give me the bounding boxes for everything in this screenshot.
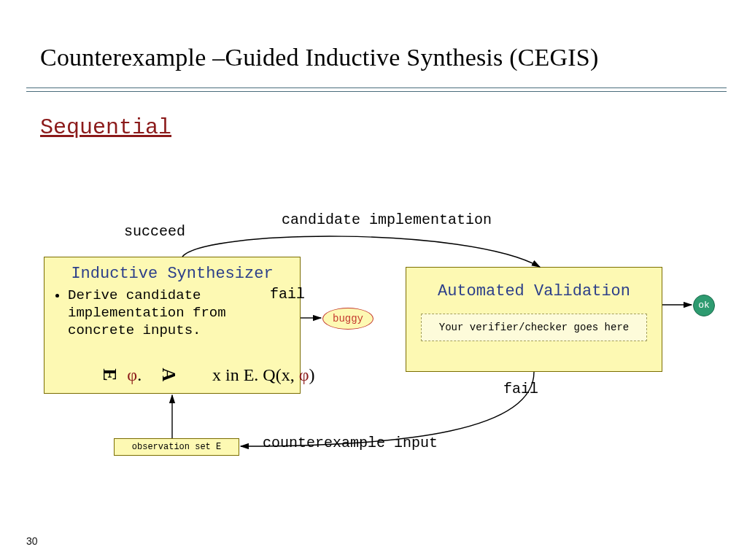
- label-fail-left: fail: [270, 286, 305, 303]
- ok-badge: ok: [693, 295, 715, 316]
- label-candidate-implementation: candidate implementation: [282, 211, 492, 228]
- inductive-synthesizer-box: Inductive Synthesizer Derive candidate i…: [44, 257, 301, 394]
- observation-set-box: observation set E: [114, 438, 239, 456]
- synth-bullet: Derive candidate implementation from con…: [68, 287, 290, 339]
- label-counterexample-input: counterexample input: [263, 435, 438, 451]
- automated-validation-title: Automated Validation: [418, 282, 650, 300]
- label-fail-right: fail: [503, 381, 538, 397]
- label-succeed: succeed: [124, 223, 185, 240]
- title-underline: [26, 88, 727, 92]
- inductive-synthesizer-title: Inductive Synthesizer: [55, 265, 290, 283]
- synth-formula: E φ. A x in E. Q(x, φ): [103, 364, 315, 386]
- inductive-synthesizer-body: Derive candidate implementation from con…: [55, 287, 290, 339]
- automated-validation-box: Automated Validation Your verifier/check…: [406, 267, 662, 372]
- verifier-placeholder: Your verifier/checker goes here: [421, 314, 647, 341]
- section-heading: Sequential: [40, 115, 171, 140]
- buggy-badge: buggy: [322, 308, 374, 330]
- slide-title: Counterexample –Guided Inductive Synthes…: [40, 44, 740, 71]
- page-number: 30: [26, 535, 38, 547]
